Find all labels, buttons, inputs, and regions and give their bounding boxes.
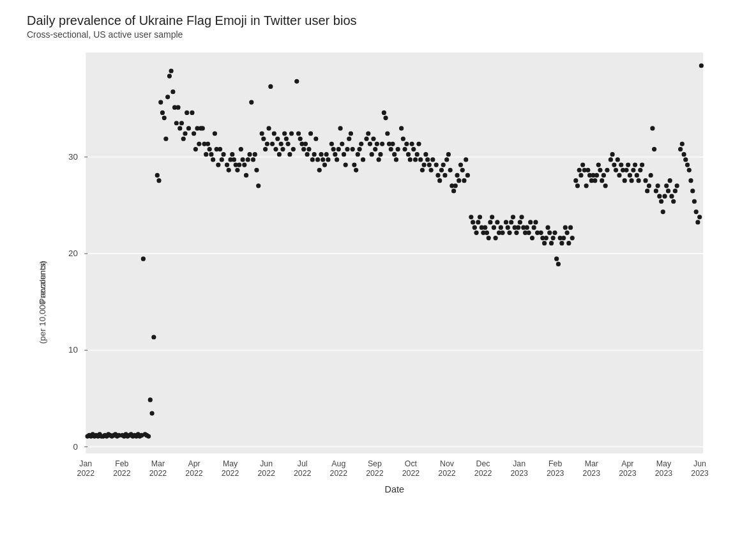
data-point	[329, 141, 334, 146]
data-point	[575, 183, 580, 188]
data-point	[500, 230, 504, 234]
data-point	[160, 110, 165, 114]
data-point	[494, 235, 498, 240]
data-point	[246, 157, 250, 162]
xtick-sep2022: Sep	[368, 459, 382, 468]
data-point	[659, 199, 663, 203]
data-point	[614, 167, 618, 172]
chart-title: Daily prevalence of Ukraine Flag Emoji i…	[27, 13, 729, 28]
xtick-sep2022-year: 2022	[366, 468, 384, 477]
data-point	[227, 167, 231, 172]
xtick-nov2022-year: 2022	[438, 468, 456, 477]
data-point	[402, 146, 407, 151]
data-point	[485, 230, 489, 234]
data-point	[261, 136, 266, 141]
data-point	[192, 131, 196, 135]
data-point	[652, 146, 656, 151]
data-point	[673, 188, 677, 193]
data-point	[321, 157, 325, 162]
data-point	[148, 397, 153, 402]
chart-background	[86, 52, 703, 453]
data-point	[280, 146, 285, 151]
data-point	[675, 183, 679, 188]
data-point	[399, 126, 404, 130]
data-point	[578, 172, 583, 177]
data-point	[464, 157, 468, 162]
data-point	[680, 141, 684, 146]
xtick-jan2022-year: 2022	[77, 468, 95, 477]
data-point	[654, 188, 658, 193]
data-point	[225, 162, 229, 167]
data-point	[695, 220, 700, 224]
data-point	[694, 210, 699, 214]
data-point	[637, 178, 641, 183]
data-point	[609, 157, 613, 162]
data-point	[678, 146, 683, 151]
data-point	[458, 162, 463, 167]
data-point	[375, 141, 379, 146]
data-point	[179, 121, 184, 125]
data-point	[279, 141, 284, 146]
data-point	[451, 188, 456, 193]
data-point	[647, 183, 651, 188]
data-point	[382, 110, 386, 114]
data-point	[349, 131, 353, 135]
data-point	[551, 235, 556, 240]
data-point	[616, 157, 620, 162]
data-point	[668, 178, 672, 183]
data-point	[586, 167, 590, 172]
data-point	[197, 141, 201, 146]
data-point	[601, 172, 606, 177]
data-point	[394, 157, 398, 162]
data-point	[239, 146, 243, 151]
data-point	[619, 162, 623, 167]
chart-container: Daily prevalence of Ukraine Flag Emoji i…	[27, 13, 729, 537]
data-point	[476, 220, 480, 224]
xtick-mar2023: Mar	[585, 459, 598, 468]
xtick-feb2023: Feb	[548, 459, 562, 468]
data-point	[294, 79, 299, 83]
data-point	[204, 152, 208, 157]
data-point	[671, 199, 676, 203]
data-point	[547, 230, 552, 234]
data-point	[289, 131, 294, 135]
data-point	[603, 183, 608, 188]
data-point	[378, 152, 382, 157]
data-point	[413, 157, 418, 162]
data-point	[232, 157, 236, 162]
data-point	[193, 146, 198, 151]
ytick-30: 30	[68, 151, 78, 161]
data-point	[241, 157, 245, 162]
data-point	[514, 230, 518, 234]
data-point	[156, 178, 161, 183]
data-point	[664, 183, 669, 188]
data-point	[310, 157, 315, 162]
data-point	[516, 225, 520, 229]
data-point	[683, 157, 688, 162]
data-point	[324, 152, 329, 157]
xtick-mar2022: Mar	[151, 459, 165, 468]
data-point	[242, 162, 246, 167]
data-point	[237, 162, 241, 167]
data-point	[556, 261, 561, 266]
data-point	[354, 167, 358, 172]
data-point	[340, 141, 344, 146]
data-point	[457, 178, 461, 183]
data-point	[435, 172, 440, 177]
data-point	[344, 162, 348, 167]
data-point	[492, 225, 496, 229]
xtick-may2022: May	[223, 459, 238, 468]
data-point	[612, 162, 616, 167]
data-point	[542, 241, 547, 245]
data-point	[495, 220, 499, 224]
data-point	[418, 157, 423, 162]
xtick-mar2022-year: 2022	[149, 468, 167, 477]
data-point	[474, 230, 478, 234]
data-point	[270, 141, 275, 146]
data-point	[411, 146, 416, 151]
data-point	[220, 157, 224, 162]
data-point	[406, 152, 411, 157]
data-point	[263, 146, 268, 151]
data-point	[509, 220, 513, 224]
data-point	[455, 172, 459, 177]
